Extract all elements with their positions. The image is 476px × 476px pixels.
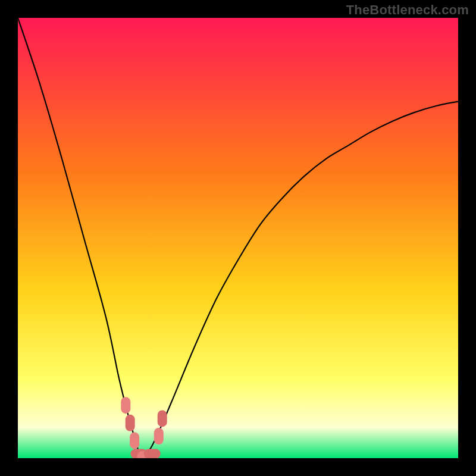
optimal-marker [121,397,130,414]
chart-frame: { "watermark": "TheBottleneck.com", "col… [0,0,476,476]
optimal-marker [154,428,164,444]
optimal-marker [158,410,167,427]
chart-svg [18,18,458,458]
plot-area [18,18,458,458]
optimal-marker [130,432,139,449]
optimal-marker [144,449,161,458]
optimal-marker [126,415,135,431]
watermark-text: TheBottleneck.com [346,2,469,18]
